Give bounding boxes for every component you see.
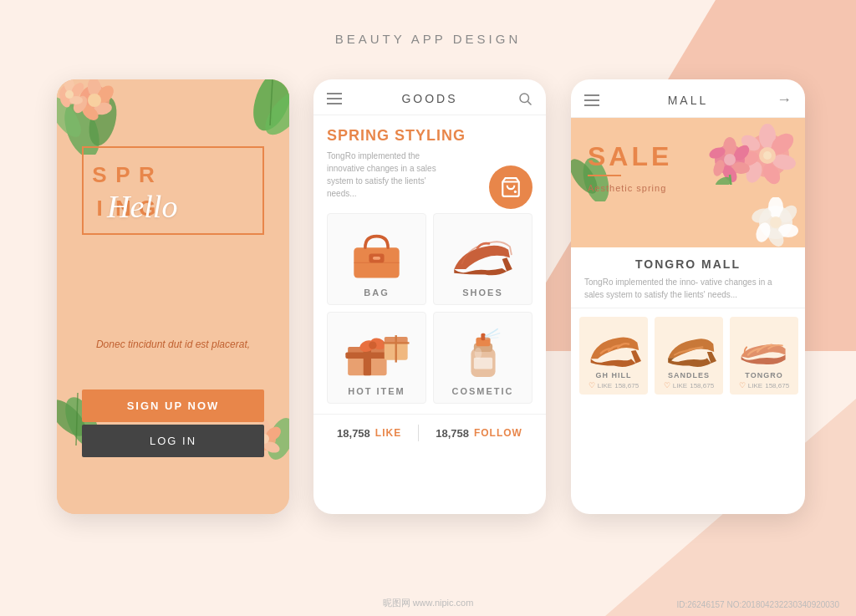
- cart-badge[interactable]: [489, 165, 532, 209]
- signup-button[interactable]: SIGN UP NOW: [82, 389, 264, 422]
- watermark: 昵图网 www.nipic.com: [383, 597, 474, 609]
- login-tagline: Donec tincidunt dut id est placerat,: [74, 339, 273, 350]
- svg-point-30: [520, 94, 529, 103]
- login-button[interactable]: LOG IN: [82, 425, 264, 457]
- svg-rect-53: [473, 358, 492, 369]
- phone-goods: GOODS SPRING STYLING TongRo implemented …: [313, 79, 546, 514]
- svg-point-84: [770, 216, 782, 228]
- follow-count: 18,758: [436, 427, 469, 440]
- tongro-likes: ♡ LIKE 158,675: [739, 381, 789, 389]
- sandles-label: SANDLES: [668, 371, 710, 379]
- svg-point-9: [88, 94, 101, 107]
- bag-label: BAG: [364, 288, 389, 298]
- product-tongro[interactable]: TONGRO ♡ LIKE 158,675: [730, 317, 798, 395]
- footer-divider: [418, 425, 419, 441]
- phone-login: S P R I N G Hello: [57, 79, 289, 514]
- banner-desc: TongRo implemented the innovative change…: [327, 150, 444, 200]
- cosmetic-label: COSMETIC: [451, 386, 513, 396]
- goods-title: GOODS: [401, 92, 457, 105]
- mall-header: MALL →: [571, 79, 805, 118]
- goods-header: GOODS: [313, 79, 546, 115]
- hot-item-image: [339, 323, 415, 381]
- sandles-like-label: LIKE: [673, 382, 687, 389]
- svg-point-64: [763, 151, 772, 160]
- svg-point-54: [474, 348, 482, 359]
- product-shoes[interactable]: SHOES: [433, 213, 532, 305]
- hot-item-label: HOT ITEM: [348, 386, 405, 396]
- phone-login-inner: S P R I N G Hello: [57, 79, 289, 514]
- product-sandles[interactable]: SANDLES ♡ LIKE 158,675: [655, 317, 723, 395]
- product-bag[interactable]: BAG: [327, 213, 426, 305]
- high-heel-likes: ♡ LIKE 158,675: [588, 381, 639, 389]
- follow-label: FOLLOW: [474, 427, 522, 439]
- sale-text: SALE: [588, 141, 672, 172]
- svg-point-72: [724, 154, 736, 165]
- tongro-like-num: 158,675: [765, 382, 789, 389]
- page-title: BEAUTY APP DESIGN: [335, 32, 522, 46]
- svg-point-33: [514, 191, 517, 193]
- cart-icon: [500, 176, 522, 198]
- tongro-image: [735, 322, 793, 368]
- high-heel-like-num: 158,675: [614, 382, 639, 389]
- bag-image: [339, 224, 415, 283]
- hello-script: Hello: [107, 188, 177, 225]
- tongro-heart-icon: ♡: [739, 381, 746, 389]
- high-heel-image: [584, 322, 643, 368]
- flower-p3-white: [746, 197, 805, 247]
- search-icon[interactable]: [517, 91, 532, 106]
- svg-rect-52: [481, 333, 485, 341]
- shoes-image: [446, 224, 521, 283]
- leaf-top-right: [235, 79, 289, 142]
- mall-section-desc: TongRo implemented the inno- vative chan…: [584, 276, 792, 301]
- mall-section-title: TONGRO MALL: [584, 257, 792, 271]
- flower-top-left: [57, 79, 140, 155]
- svg-point-15: [65, 90, 74, 99]
- sandles-heart-icon: ♡: [664, 381, 670, 389]
- mall-section: TONGRO MALL TongRo implemented the inno-…: [571, 247, 805, 308]
- tongro-label: TONGRO: [745, 371, 782, 379]
- sandles-likes: ♡ LIKE 158,675: [664, 381, 714, 389]
- mall-products-row: GH HILL ♡ LIKE 158,675: [571, 308, 805, 401]
- arrow-right-icon[interactable]: →: [777, 91, 792, 109]
- spring-row-1: S P R: [92, 161, 254, 190]
- high-heel-like-count: LIKE: [598, 382, 612, 389]
- like-count: 18,758: [337, 427, 370, 440]
- svg-point-44: [369, 341, 376, 349]
- product-cosmetic[interactable]: COSMETIC: [433, 312, 532, 404]
- svg-rect-36: [373, 257, 380, 260]
- tongro-like-label: LIKE: [748, 382, 762, 389]
- aesthetic-text: Aesthetic spring: [588, 183, 666, 193]
- hamburger-icon[interactable]: [327, 93, 342, 104]
- sandles-image: [660, 322, 718, 368]
- like-heart-icon: ♡: [588, 381, 595, 389]
- products-grid: BAG SHOES: [313, 206, 546, 410]
- spring-styling-title: SPRING STYLING: [327, 127, 532, 145]
- mall-banner: SALE Aesthetic spring: [571, 118, 805, 247]
- goods-footer: 18,758 LIKE 18,758 FOLLOW: [313, 414, 546, 451]
- flower-p3-rose: [705, 135, 755, 185]
- watermark-id: ID:26246157 NO:201804232230340920030: [676, 600, 839, 609]
- cosmetic-image: [446, 323, 521, 381]
- svg-line-31: [527, 101, 531, 104]
- phone-mall: MALL →: [571, 79, 805, 514]
- like-stat: 18,758 LIKE: [337, 427, 401, 440]
- product-hot-item[interactable]: HOT ITEM: [327, 312, 426, 404]
- shoes-label: SHOES: [462, 288, 503, 298]
- mall-hamburger-icon[interactable]: [584, 94, 599, 106]
- svg-rect-41: [345, 352, 389, 358]
- product-high-heel[interactable]: GH HILL ♡ LIKE 158,675: [579, 317, 648, 395]
- follow-stat: 18,758 FOLLOW: [436, 427, 522, 440]
- sandles-like-num: 158,675: [690, 382, 714, 389]
- sale-underline: [588, 175, 621, 176]
- like-label: LIKE: [375, 427, 401, 439]
- goods-banner: SPRING STYLING TongRo implemented the in…: [313, 115, 546, 206]
- high-heel-label: GH HILL: [596, 371, 632, 379]
- mall-title: MALL: [668, 94, 709, 107]
